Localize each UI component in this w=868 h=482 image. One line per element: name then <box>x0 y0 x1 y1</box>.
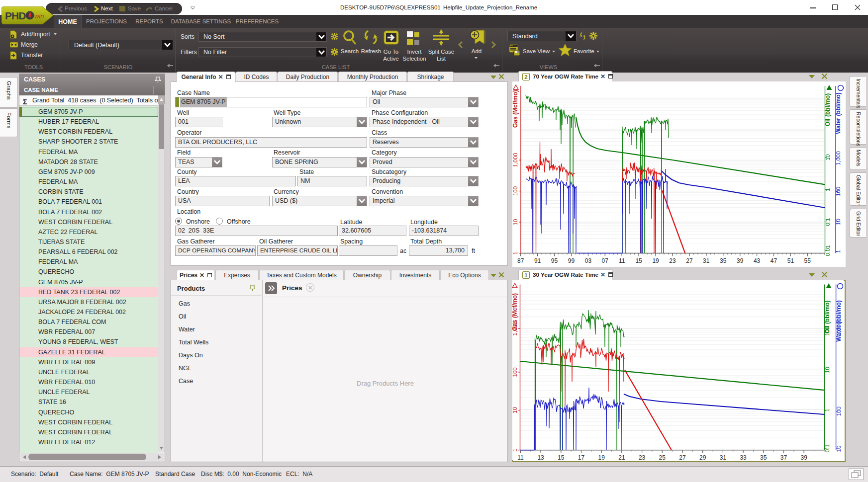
svg-text:Oil (bbl/mo): Oil (bbl/mo) <box>824 93 831 127</box>
svg-text:15: 15 <box>558 454 565 460</box>
svg-text:07: 07 <box>602 257 609 264</box>
svg-text:95: 95 <box>551 257 558 264</box>
svg-text:27: 27 <box>686 257 693 264</box>
svg-text:1: 1 <box>512 251 518 254</box>
svg-text:55: 55 <box>804 257 811 264</box>
svg-text:25: 25 <box>659 454 666 460</box>
svg-text:87: 87 <box>517 257 524 264</box>
svg-text:23: 23 <box>639 454 646 460</box>
svg-text:17: 17 <box>578 454 585 460</box>
svg-text:31: 31 <box>720 454 727 460</box>
svg-text:03: 03 <box>585 257 592 264</box>
svg-text:21: 21 <box>618 454 625 460</box>
svg-text:13: 13 <box>537 454 544 460</box>
svg-text:15: 15 <box>635 257 642 264</box>
svg-text:35: 35 <box>760 454 767 460</box>
svg-text:100: 100 <box>512 367 518 377</box>
svg-text:39: 39 <box>737 257 744 264</box>
svg-text:19: 19 <box>598 454 605 460</box>
svg-text:39: 39 <box>801 454 808 460</box>
svg-text:1,000: 1,000 <box>512 153 518 167</box>
svg-text:51: 51 <box>787 257 794 264</box>
svg-text:37: 37 <box>780 454 787 460</box>
svg-text:1: 1 <box>512 448 518 451</box>
svg-text:Oil (bbl/mo): Oil (bbl/mo) <box>824 301 831 334</box>
svg-text:43: 43 <box>754 257 761 264</box>
svg-text:10: 10 <box>512 219 518 226</box>
svg-text:Gas (Mcf/mo): Gas (Mcf/mo) <box>512 90 519 128</box>
svg-text:99: 99 <box>568 257 575 264</box>
svg-text:100: 100 <box>512 186 518 196</box>
svg-text:Water (bbl/mo): Water (bbl/mo) <box>835 300 842 342</box>
svg-text:91: 91 <box>534 257 541 264</box>
svg-text:23: 23 <box>669 257 676 264</box>
svg-text:Water (bbl/mo): Water (bbl/mo) <box>835 92 842 134</box>
svg-text:19: 19 <box>652 257 659 264</box>
svg-text:PHD: PHD <box>5 10 26 21</box>
svg-text:win: win <box>34 12 44 20</box>
svg-text:10: 10 <box>512 407 518 413</box>
svg-text:Gas (Mcf/mo): Gas (Mcf/mo) <box>512 293 518 331</box>
svg-text:29: 29 <box>699 454 706 460</box>
svg-text:35: 35 <box>720 257 727 264</box>
svg-text:31: 31 <box>703 257 710 264</box>
svg-text:11: 11 <box>619 257 625 264</box>
svg-text:27: 27 <box>679 454 686 460</box>
svg-text:11: 11 <box>517 454 524 460</box>
svg-text:47: 47 <box>771 257 777 264</box>
svg-text:33: 33 <box>740 454 747 460</box>
